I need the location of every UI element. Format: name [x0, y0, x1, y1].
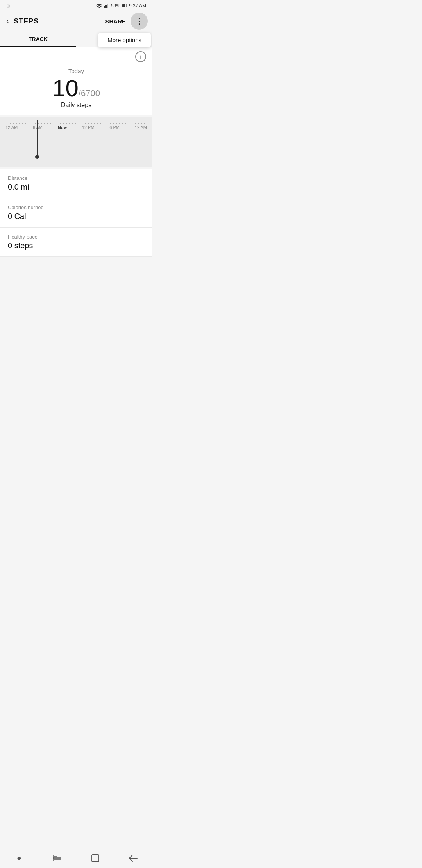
- notification-icon: ⊞: [6, 4, 10, 9]
- chart-section: 12 AM 6 AM Now 12 PM 6 PM 12 AM: [0, 117, 152, 167]
- svg-rect-3: [107, 4, 108, 8]
- info-icon-row: i: [0, 47, 152, 64]
- share-button[interactable]: SHARE: [102, 16, 129, 27]
- svg-rect-2: [106, 5, 107, 8]
- now-indicator-line: [37, 120, 38, 156]
- svg-rect-6: [127, 5, 127, 6]
- time-label-12am-start: 12 AM: [5, 125, 18, 130]
- tabs-container: TRACK TREND More options: [0, 31, 152, 47]
- svg-rect-7: [122, 4, 125, 7]
- signal-icon: [104, 3, 109, 9]
- more-options-dropdown[interactable]: More options: [98, 33, 151, 47]
- more-icon: ⋮: [135, 16, 143, 26]
- tab-track[interactable]: TRACK: [0, 31, 76, 47]
- svg-rect-1: [105, 5, 106, 8]
- tab-track-label: TRACK: [29, 36, 48, 42]
- time-label-6pm: 6 PM: [109, 125, 120, 130]
- wifi-icon: [96, 3, 102, 9]
- time-label-12am-end: 12 AM: [135, 125, 147, 130]
- status-bar: ⊞ 59% 9:37 AM: [0, 0, 152, 11]
- header-right: SHARE ⋮: [102, 13, 148, 30]
- current-steps: 10: [52, 77, 79, 100]
- status-right: 59% 9:37 AM: [96, 3, 146, 9]
- status-left: ⊞: [6, 4, 10, 9]
- dotted-timeline: [5, 123, 147, 124]
- info-button[interactable]: i: [135, 51, 146, 62]
- header-left: ‹ STEPS: [5, 14, 39, 28]
- battery-icon: [122, 3, 127, 9]
- time-label-6am: 6 AM: [33, 125, 43, 130]
- steps-section: Today 10 /6700 Daily steps: [0, 64, 152, 115]
- stat-distance: Distance 0.0 mi: [0, 169, 152, 198]
- daily-steps-label: Daily steps: [0, 102, 152, 109]
- svg-rect-4: [109, 3, 109, 8]
- time-display: 9:37 AM: [129, 3, 146, 9]
- calories-value: 0 Cal: [8, 212, 145, 221]
- distance-value: 0.0 mi: [8, 183, 145, 192]
- stat-calories: Calories burned 0 Cal: [0, 198, 152, 228]
- more-options-label: More options: [107, 37, 141, 43]
- svg-rect-0: [104, 6, 105, 8]
- stats-section: Distance 0.0 mi Calories burned 0 Cal He…: [0, 169, 152, 257]
- now-indicator-dot: [35, 155, 39, 159]
- time-label-now: Now: [58, 125, 67, 130]
- steps-goal: /6700: [79, 88, 100, 99]
- more-options-button[interactable]: ⋮: [131, 13, 148, 30]
- calories-label: Calories burned: [8, 204, 145, 210]
- battery-percent: 59%: [111, 3, 120, 9]
- back-button[interactable]: ‹: [5, 14, 11, 28]
- healthy-pace-label: Healthy pace: [8, 234, 145, 240]
- time-label-12pm: 12 PM: [82, 125, 95, 130]
- info-icon: i: [140, 54, 141, 60]
- distance-label: Distance: [8, 175, 145, 181]
- healthy-pace-value: 0 steps: [8, 241, 145, 250]
- steps-count-row: 10 /6700: [0, 77, 152, 100]
- page-title: STEPS: [14, 17, 39, 25]
- app-header: ‹ STEPS SHARE ⋮: [0, 11, 152, 31]
- stat-healthy-pace: Healthy pace 0 steps: [0, 228, 152, 257]
- today-label: Today: [0, 68, 152, 74]
- time-labels: 12 AM 6 AM Now 12 PM 6 PM 12 AM: [0, 125, 152, 130]
